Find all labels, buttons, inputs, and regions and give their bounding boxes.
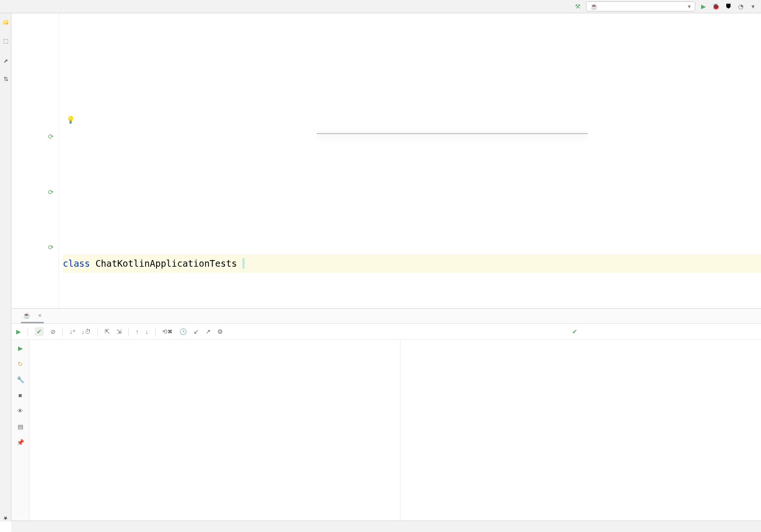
filter-passed-icon[interactable]: ✔ [35,327,44,336]
tool-structure[interactable]: ⬚ [2,37,9,45]
filter-ignored-icon[interactable]: ⊘ [50,328,56,335]
stop-icon[interactable]: ■ [19,392,22,399]
run-toolbar: ▶ ✔ ⊘ ↓ᵃ ↓⏱ ⇱ ⇲ ↑ ↓ ⟲✖ 🕒 ↙ ↗ ⚙ ✔ [11,324,761,340]
more-icon[interactable]: ▾ [749,2,757,11]
test-tree[interactable] [29,340,400,532]
hammer-icon[interactable]: ⚒ [574,2,582,11]
editor-gutter: ⟳ ⟳ ⟳ [11,13,59,308]
layout-icon[interactable]: ▤ [18,423,23,430]
collapse-all-icon[interactable]: ⇲ [117,328,122,335]
tool-favorites[interactable]: ★ [2,513,9,522]
wrench-icon[interactable]: 🔧 [17,376,24,383]
run-side-actions: ▶ ↻ 🔧 ■ 👁 ▤ 📌 [11,340,29,532]
rerun-icon[interactable]: ▶ [16,328,21,335]
run-icon[interactable]: ▶ [699,2,708,11]
run-tab[interactable]: ☕ × [21,309,44,323]
code-area[interactable]: class ChatKotlinApplicationTests [59,13,761,308]
rerun-icon[interactable]: ↻ [18,360,23,368]
test-status: ✔ [572,328,756,335]
prev-icon[interactable]: ↑ [136,328,139,335]
run-icon[interactable]: ▶ [18,345,23,352]
status-bar [11,521,761,532]
code-editor[interactable]: ⟳ ⟳ ⟳ class ChatKotlinApplicationTests 💡 [11,13,761,308]
gradle-icon: ☕ [23,312,30,319]
history-icon[interactable]: 🕒 [179,328,187,335]
coverage-icon[interactable]: ⛊ [724,2,732,11]
tool-project[interactable]: 📁 [2,17,9,26]
expand-all-icon[interactable]: ⇱ [105,328,110,335]
sort-duration-icon[interactable]: ↓⏱ [82,328,91,335]
intention-bulb-icon[interactable]: 💡 [66,116,75,124]
tool-commit[interactable]: ✔ [2,56,9,64]
run-gutter-icon[interactable]: ⟳ [48,238,54,257]
navigation-bar: ⚒ ☕ ▶ 🐞 ⛊ ◔ ▾ [0,0,761,13]
eye-icon[interactable]: 👁 [17,407,23,415]
left-tool-window-bar: 📁 ⬚ ✔ ⇄ ★ [0,13,11,522]
console-output[interactable] [400,340,761,532]
run-gutter-icon[interactable]: ⟳ [48,127,54,146]
run-gutter-icon[interactable]: ⟳ [48,183,54,202]
tool-pull-requests[interactable]: ⇄ [2,75,9,81]
rerun-failed-icon[interactable]: ⟲✖ [162,328,173,335]
import-icon[interactable]: ↙ [194,328,199,335]
next-icon[interactable]: ↓ [146,328,149,335]
gradle-icon: ☕ [590,3,598,10]
run-config-selector[interactable]: ☕ [586,1,695,11]
run-tool-window: ☕ × ▶ ✔ ⊘ ↓ᵃ ↓⏱ ⇱ ⇲ ↑ ↓ ⟲✖ 🕒 ↙ ↗ ⚙ [11,308,761,532]
close-icon[interactable]: × [38,312,42,319]
sort-icon[interactable]: ↓ᵃ [69,328,75,335]
settings-icon[interactable]: ⚙ [217,328,223,335]
debug-icon[interactable]: 🐞 [712,2,720,11]
check-icon: ✔ [572,328,577,335]
context-menu [317,133,588,134]
export-icon[interactable]: ↗ [205,328,211,335]
profiler-icon[interactable]: ◔ [736,2,745,11]
pin-icon[interactable]: 📌 [17,439,24,446]
